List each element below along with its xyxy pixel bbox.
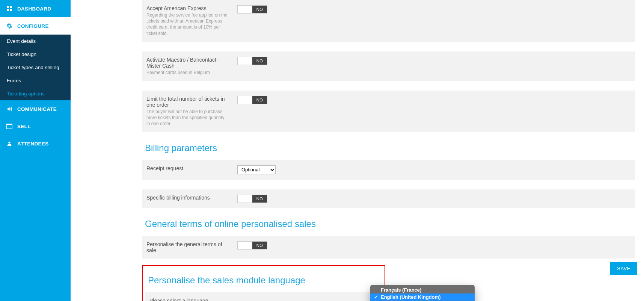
desc-limit: The buyer will not be able to purchase m…	[146, 109, 228, 127]
toggle-state: NO	[252, 96, 267, 104]
section-language: Personalise the sales module language	[148, 275, 382, 286]
sidebar-item-event-details[interactable]: Event details	[0, 35, 71, 48]
svg-rect-0	[7, 6, 9, 8]
toggle-state: NO	[252, 242, 267, 249]
toggle-state: NO	[252, 6, 267, 13]
label-maestro: Activate Maestro / Bancontact-Mister Cas…	[146, 57, 228, 69]
highlight-language-module: Personalise the sales module language Pl…	[142, 265, 385, 301]
language-option-en[interactable]: English (United Kingdom)	[370, 293, 475, 301]
toggle-specific-billing[interactable]: NO	[237, 195, 267, 203]
row-receipt-request: Receipt request Optional	[142, 160, 635, 180]
sidebar-item-dashboard[interactable]: DASHBOARD	[0, 0, 71, 17]
sidebar-item-sell[interactable]: SELL	[0, 118, 71, 135]
section-terms: General terms of online personalised sal…	[145, 219, 635, 229]
svg-point-6	[8, 142, 10, 144]
sidebar-item-label: SELL	[17, 124, 31, 129]
configure-submenu: Event details Ticket design Ticket types…	[0, 35, 71, 100]
sidebar-item-ticketing-options[interactable]: Ticketing options	[0, 87, 71, 100]
row-limit-order: Limit the total number of tickets in one…	[142, 91, 635, 132]
sidebar-item-ticket-design[interactable]: Ticket design	[0, 48, 71, 61]
row-activate-maestro: Activate Maestro / Bancontact-Mister Cas…	[142, 51, 635, 81]
toggle-maestro[interactable]: NO	[237, 57, 267, 65]
grid-icon	[6, 5, 13, 12]
label-limit: Limit the total number of tickets in one…	[146, 96, 228, 108]
row-personalise-terms: Personalise the general terms of sale NO	[142, 236, 635, 259]
sidebar-item-label: CONFIGURE	[17, 23, 49, 29]
label-select-language: Please select a language	[149, 298, 231, 301]
megaphone-icon	[6, 106, 13, 112]
select-receipt[interactable]: Optional	[237, 165, 276, 174]
label-amex: Accept American Express	[146, 5, 228, 11]
main-content: Accept American Express Regarding the se…	[71, 0, 644, 301]
gear-icon	[6, 23, 13, 29]
language-option-fr[interactable]: Français (France)	[370, 286, 475, 293]
sidebar: DASHBOARD CONFIGURE Event details Ticket…	[0, 0, 71, 301]
svg-rect-3	[10, 9, 12, 11]
label-personalise-terms: Personalise the general terms of sale	[146, 241, 228, 253]
sidebar-item-ticket-types[interactable]: Ticket types and selling	[0, 61, 71, 74]
save-button[interactable]: SAVE	[610, 262, 637, 275]
sidebar-item-configure[interactable]: CONFIGURE	[0, 17, 71, 35]
svg-rect-2	[7, 9, 9, 11]
language-dropdown[interactable]: Français (France) English (United Kingdo…	[370, 285, 475, 301]
sidebar-item-communicate[interactable]: COMMUNICATE	[0, 100, 71, 118]
section-billing: Billing parameters	[145, 143, 635, 153]
sidebar-item-label: DASHBOARD	[17, 6, 51, 12]
toggle-amex[interactable]: NO	[237, 5, 267, 14]
toggle-personalise-terms[interactable]: NO	[237, 241, 267, 250]
person-icon	[6, 140, 13, 147]
toggle-limit[interactable]: NO	[237, 96, 267, 104]
sidebar-item-label: COMMUNICATE	[17, 106, 57, 112]
toggle-state: NO	[252, 57, 267, 65]
row-accept-amex: Accept American Express Regarding the se…	[142, 0, 635, 42]
svg-rect-5	[6, 124, 12, 125]
sidebar-item-forms[interactable]: Forms	[0, 74, 71, 87]
desc-amex: Regarding the service fee applied on the…	[146, 12, 228, 36]
window-icon	[6, 123, 13, 130]
sidebar-item-label: ATTENDEES	[17, 141, 48, 147]
desc-maestro: Payment cards used in Belgium	[146, 70, 228, 76]
toggle-state: NO	[252, 195, 267, 203]
row-specific-billing: Specific billing informations NO	[142, 189, 635, 208]
label-specific-billing: Specific billing informations	[146, 195, 228, 201]
label-receipt: Receipt request	[146, 165, 228, 171]
sidebar-item-attendees[interactable]: ATTENDEES	[0, 135, 71, 152]
svg-rect-1	[10, 6, 12, 8]
row-select-language: Please select a language	[145, 292, 382, 301]
